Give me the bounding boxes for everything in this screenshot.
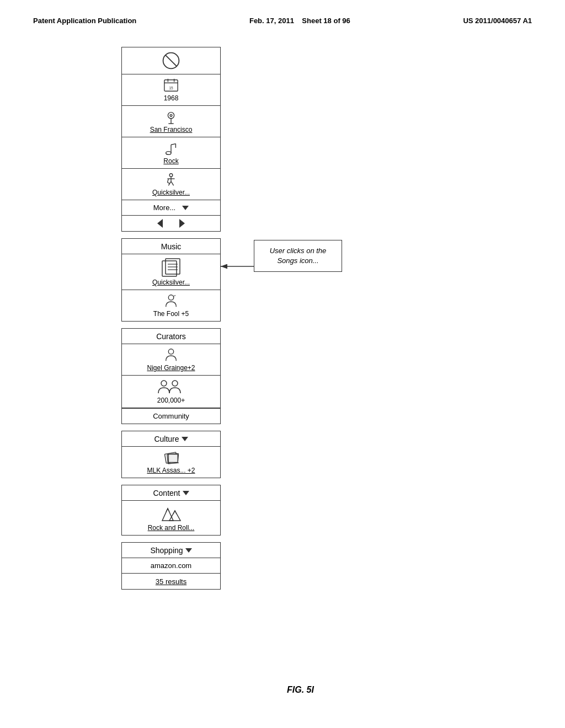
location-label: San Francisco [150, 126, 193, 133]
next-arrow-icon[interactable] [179, 219, 185, 228]
artist-label: Quicksilver... [152, 189, 190, 196]
culture-header-label: Culture [154, 435, 179, 443]
results-row[interactable]: 35 results [122, 574, 220, 589]
person-guitar-icon [163, 172, 179, 188]
community-row: Community [122, 408, 220, 424]
shopping-header-label: Shopping [150, 546, 183, 555]
album-row[interactable]: The Fool +5 [122, 290, 220, 321]
amazon-row: amazon.com [122, 558, 220, 574]
annotation-arrow [218, 261, 257, 272]
svg-point-27 [168, 295, 173, 300]
svg-line-20 [167, 179, 168, 183]
fig-text: FIG. 5I [287, 685, 314, 694]
content-header: Content [122, 485, 220, 501]
year-row[interactable]: 15 1968 [122, 74, 220, 106]
more-dropdown-icon [182, 206, 189, 210]
shopping-dropdown-icon [185, 548, 192, 553]
nav-arrows-row [122, 216, 220, 231]
svg-rect-35 [168, 454, 178, 462]
svg-line-19 [171, 181, 174, 185]
community-count-row[interactable]: 200,000+ [122, 376, 220, 408]
book-icon [163, 450, 179, 465]
svg-text:15: 15 [169, 86, 173, 90]
content-header-label: Content [153, 489, 180, 497]
content-icon-row[interactable]: Rock and Roll... [122, 501, 220, 535]
music-note-icon [163, 141, 179, 156]
svg-point-31 [161, 381, 167, 386]
culture-dropdown-icon [182, 437, 188, 441]
more-label: More... [153, 204, 175, 212]
calendar-icon: 15 [163, 78, 179, 93]
panel-curators: Curators Nigel Grainge+2 [121, 328, 221, 424]
curators-header: Curators [122, 329, 220, 344]
annotation-box: User clicks on the Songs icon... [254, 240, 342, 272]
location-icon [163, 109, 179, 125]
prev-arrow-icon[interactable] [157, 219, 163, 228]
people-icon [157, 379, 185, 395]
songs-icon-row[interactable]: Quicksilver... [122, 254, 220, 290]
panel-content: Content Rock and Roll... [121, 485, 221, 536]
quicksilver-music-label: Quicksilver... [152, 279, 190, 286]
panel-filter: 15 1968 San Francisco [121, 47, 221, 232]
artist-row[interactable]: Quicksilver... [122, 169, 220, 200]
documents-icon [160, 258, 182, 277]
svg-point-32 [172, 381, 178, 386]
curator-person-row[interactable]: Nigel Grainge+2 [122, 344, 220, 376]
person-icon [163, 293, 179, 309]
year-label: 1968 [164, 94, 179, 102]
curator-label: Nigel Grainge+2 [147, 364, 195, 372]
svg-point-15 [169, 174, 173, 177]
main-content: 15 1968 San Francisco [0, 36, 565, 596]
svg-line-13 [171, 144, 175, 145]
fig-label: FIG. 5I [287, 685, 314, 695]
results-label: 35 results [156, 577, 186, 586]
patent-header: Patent Application Publication Feb. 17, … [0, 0, 565, 36]
panels-column: 15 1968 San Francisco [121, 47, 221, 596]
more-row[interactable]: More... [122, 200, 220, 216]
svg-line-29 [174, 296, 176, 296]
community-count-label: 200,000+ [157, 397, 185, 404]
music-header: Music [122, 239, 220, 254]
community-label: Community [153, 412, 189, 420]
svg-line-21 [167, 183, 169, 184]
svg-point-8 [170, 114, 172, 116]
content-label: Rock and Roll... [148, 524, 195, 532]
content-dropdown-icon [183, 491, 189, 495]
music-header-label: Music [161, 242, 182, 251]
panel-shopping: Shopping amazon.com 35 results [121, 542, 221, 590]
svg-point-30 [168, 349, 173, 354]
mountain-icon [159, 504, 183, 523]
book-row[interactable]: MLK Assas... +2 [122, 447, 220, 478]
header-left: Patent Application Publication [33, 17, 136, 25]
genre-row[interactable]: Rock [122, 137, 220, 169]
person-outline-icon [163, 347, 179, 363]
culture-header: Culture [122, 431, 220, 447]
no-entry-icon [161, 51, 181, 71]
genre-label: Rock [163, 157, 178, 165]
no-entry-icon-row [122, 47, 220, 74]
book-label: MLK Assas... +2 [147, 467, 195, 474]
panel-culture: Culture MLK Assas... +2 [121, 431, 221, 478]
svg-point-7 [168, 113, 174, 119]
svg-marker-36 [162, 508, 173, 521]
shopping-header: Shopping [122, 543, 220, 558]
svg-point-11 [166, 152, 171, 155]
annotation-text: User clicks on the Songs icon... [270, 247, 327, 265]
curators-header-label: Curators [156, 332, 186, 341]
svg-line-1 [166, 55, 177, 66]
header-right: US 2011/0040657 A1 [463, 17, 532, 25]
panel-music: Music Quicksilver... [121, 238, 221, 322]
header-middle: Feb. 17, 2011 Sheet 18 of 96 [249, 17, 350, 25]
album-label: The Fool +5 [153, 310, 189, 318]
location-row[interactable]: San Francisco [122, 106, 220, 137]
amazon-label: amazon.com [151, 561, 191, 570]
